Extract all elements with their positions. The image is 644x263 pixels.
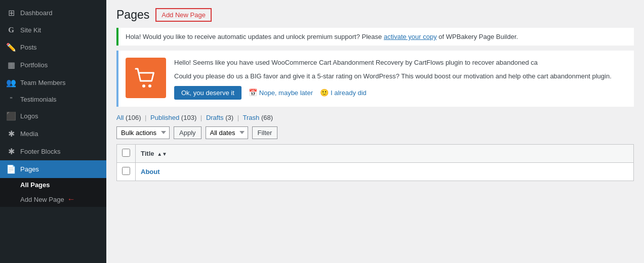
sidebar-item-label: Pages [20,165,39,173]
page-title-link[interactable]: About [141,168,160,176]
svg-point-1 [148,84,151,87]
sidebar-item-all-pages[interactable]: All Pages [0,178,106,192]
filter-count-all: (106) [126,114,141,121]
select-all-checkbox[interactable] [122,149,130,157]
sidebar-item-pages[interactable]: 📄 Pages ◀ [0,160,106,178]
woo-cart-icon [126,58,166,98]
sidebar-item-label: Posts [20,43,37,51]
woo-message2: Could you please do us a BIG favor and g… [174,71,627,82]
sidebar-nav: ⊞ Dashboard G Site Kit ✏️ Posts ▦ Portfo… [0,0,106,211]
row-checkbox-cell [117,162,136,181]
filter-all[interactable]: All [116,114,126,121]
sort-icon: ▲▼ [157,151,167,157]
row-title-cell: About [136,162,634,181]
green-notice-suffix: of WPBakery Page Builder. [437,33,518,40]
green-notice-text: Hola! Would you like to receive automati… [126,33,384,40]
nope-link[interactable]: 📅 Nope, maybe later [249,89,313,97]
woo-message1: Hello! Seems like you have used WooComme… [174,58,627,68]
sidebar-item-logos[interactable]: ⬛ Logos [0,107,106,125]
filter-drafts[interactable]: Drafts [206,114,225,121]
filter-count-trash: (68) [261,114,273,121]
sidebar-item-label: Site Kit [20,26,41,34]
already-link[interactable]: 🙂 I already did [320,89,367,97]
media-icon: ✱ [6,129,16,139]
pages-submenu: All Pages Add New Page ← [0,178,106,207]
woo-actions: Ok, you deserve it 📅 Nope, maybe later 🙂… [174,86,627,100]
sidebar-item-label: Media [20,130,38,138]
add-new-page-button[interactable]: Add New Page [155,8,212,22]
team-icon: 👥 [6,78,16,87]
filter-published[interactable]: Published [150,114,181,121]
dashboard-icon: ⊞ [6,8,16,18]
already-label: I already did [331,89,367,97]
green-notice: Hola! Would you like to receive automati… [116,28,634,46]
all-pages-label: All Pages [20,181,50,189]
main-inner: Pages Add New Page Hola! Would you like … [106,0,644,189]
pages-icon: 📄 [6,164,16,174]
nope-label: Nope, maybe later [259,89,313,97]
sidebar-item-portfolios[interactable]: ▦ Portfolios [0,56,106,74]
bulk-actions-select[interactable]: Bulk actions [116,126,170,139]
ok-button[interactable]: Ok, you deserve it [174,86,242,100]
smile-icon: 🙂 [320,89,329,97]
sidebar-item-add-new-page-sub[interactable]: Add New Page ← [0,192,106,207]
sitekit-icon: G [6,26,16,34]
portfolios-icon: ▦ [6,60,16,70]
pages-table: Title ▲▼ About [116,144,634,181]
arrow-icon: ← [67,195,75,204]
sep2: | [200,114,202,121]
add-new-page-label: Add New Page [20,196,64,203]
sidebar-item-label: Testimonials [20,96,57,103]
sep3: | [237,114,239,121]
sidebar-item-label: Logos [20,112,38,120]
page-title: Pages [116,8,149,22]
calendar-icon: 📅 [249,89,257,97]
posts-icon: ✏️ [6,42,16,52]
col-title: Title ▲▼ [136,144,634,162]
filter-count-drafts: (3) [225,114,233,121]
toolbar: Bulk actions Apply All dates Filter [116,126,634,139]
sidebar-item-label: Portfolios [20,61,48,69]
woo-notice: Hello! Seems like you have used WooComme… [116,51,634,107]
all-dates-select[interactable]: All dates [206,126,248,139]
sidebar-item-label: Footer Blocks [20,148,60,155]
filter-count-published: (103) [181,114,196,121]
sidebar-item-label: Team Members [20,79,66,86]
sep1: | [145,114,146,121]
svg-point-0 [142,84,145,87]
col-checkbox [117,144,136,162]
main-content: Pages Add New Page Hola! Would you like … [106,0,644,263]
sidebar-item-testimonials[interactable]: " Testimonials [0,92,106,107]
activate-link[interactable]: activate your copy [384,33,437,40]
apply-button[interactable]: Apply [174,126,202,139]
woo-notice-text: Hello! Seems like you have used WooComme… [174,58,627,100]
row-checkbox[interactable] [122,167,130,175]
filter-trash[interactable]: Trash [243,114,261,121]
table-row: About [117,162,634,181]
sidebar-item-footer-blocks[interactable]: ✱ Footer Blocks [0,143,106,160]
testimonials-icon: " [6,96,16,103]
sidebar-item-posts[interactable]: ✏️ Posts [0,38,106,56]
sidebar-item-media[interactable]: ✱ Media [0,125,106,143]
logos-icon: ⬛ [6,111,16,121]
sidebar-item-dashboard[interactable]: ⊞ Dashboard [0,4,106,22]
sidebar-item-sitekit[interactable]: G Site Kit [0,22,106,38]
sidebar-item-label: Dashboard [20,9,53,17]
page-header: Pages Add New Page [116,8,634,22]
filter-button[interactable]: Filter [252,126,278,139]
sidebar: ⊞ Dashboard G Site Kit ✏️ Posts ▦ Portfo… [0,0,106,263]
footer-blocks-icon: ✱ [6,147,16,156]
sidebar-active-indicator: ◀ [98,163,106,176]
filter-links: All (106) | Published (103) | Drafts (3)… [116,114,634,121]
sidebar-item-team[interactable]: 👥 Team Members [0,74,106,92]
